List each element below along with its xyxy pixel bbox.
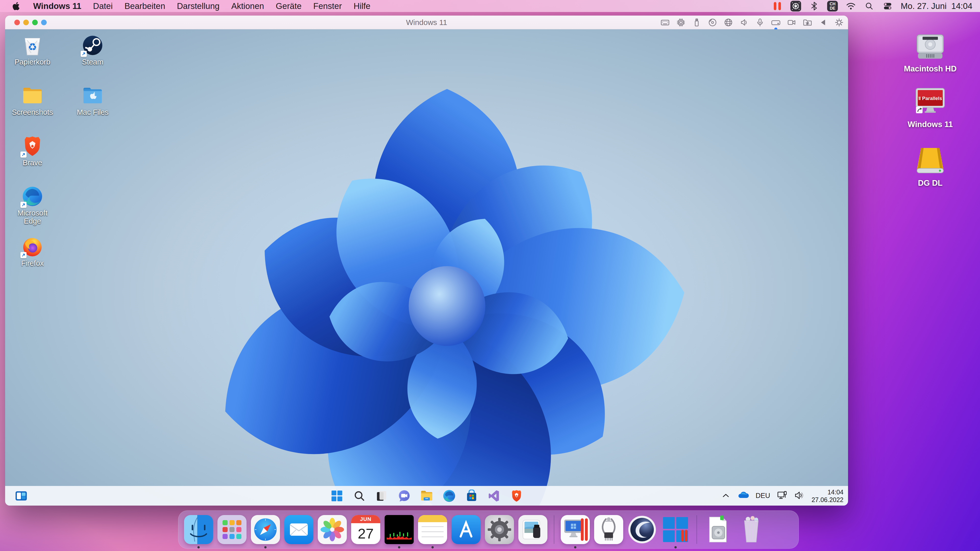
menu-item-darstellung[interactable]: Darstellung [177,1,220,11]
mac-files-folder-icon [82,86,103,105]
dock-system-preferences[interactable] [485,515,514,544]
camera-icon[interactable] [787,17,797,27]
dock-mail[interactable] [284,515,313,544]
win-icon-microsoft-edge[interactable]: Microsoft Edge [11,186,54,225]
dock-system-monitor[interactable] [385,515,414,544]
shortcut-arrow-badge [21,252,27,258]
dock-photos[interactable] [318,515,347,544]
taskbar-search-button[interactable] [352,489,367,503]
dock-safari[interactable] [251,515,280,544]
vm-device-toolbar [660,16,844,29]
menu-item-aktionen[interactable]: Aktionen [231,1,264,11]
settings-gear-icon[interactable] [834,17,844,27]
dock-app-store[interactable] [452,515,480,544]
windows-desktop: ♻ Papierkorb Steam Screenshots [5,29,848,506]
desktop-icon-dg-dl[interactable]: DG DL [901,146,959,188]
parallels-pause-icon[interactable] [772,1,783,11]
menu-item-geraete[interactable]: Geräte [276,1,302,11]
menu-item-bearbeiten[interactable]: Bearbeiten [124,1,165,11]
microphone-icon[interactable] [755,17,765,27]
win-icon-firefox[interactable]: Firefox [11,236,54,267]
windows-bloom-wallpaper [5,29,848,506]
keyboard-icon[interactable] [660,17,670,27]
taskbar-edge-button[interactable] [442,489,457,503]
win-icon-screenshots[interactable]: Screenshots [11,85,54,116]
parallels-vm-window: Windows 11 [5,16,848,506]
dock-hardware-utility[interactable] [594,515,623,544]
shortcut-arrow-badge [21,202,27,208]
shortcut-arrow-badge [81,51,87,57]
tray-onedrive-icon[interactable] [737,491,749,500]
usb-icon[interactable] [692,17,702,27]
sound-icon[interactable] [739,17,749,27]
mac-dock: JUN 27 [178,510,799,549]
wifi-icon[interactable] [845,1,856,11]
recycle-bin-icon: ♻ [22,35,43,56]
dock-divider [697,515,697,544]
shared-folder-icon[interactable] [803,17,812,27]
win-icon-brave[interactable]: Brave [11,135,54,167]
dock-notes[interactable] [418,515,447,544]
tray-volume-icon[interactable] [794,491,805,501]
dock-divider [554,515,554,544]
menu-item-datei[interactable]: Datei [93,1,113,11]
keyboard-layout-icon[interactable]: CH DE [827,1,838,11]
external-drive-icon [915,146,945,176]
dock-finder[interactable] [184,515,213,544]
win-icon-papierkorb[interactable]: ♻ Papierkorb [11,35,54,66]
hard-disk-icon[interactable] [771,17,781,27]
bluetooth-icon[interactable] [809,1,819,11]
fan-control-icon[interactable] [791,1,801,11]
dock-disk-image-document[interactable] [703,515,732,544]
taskbar-brave-button[interactable] [509,489,524,503]
dock-trash[interactable] [737,515,766,544]
calendar-month: JUN [351,515,380,523]
menu-item-fenster[interactable]: Fenster [313,1,342,11]
tray-hidden-icons-chevron[interactable] [721,492,730,499]
win-icon-steam[interactable]: Steam [71,35,115,66]
dock-image-capture[interactable] [518,515,547,544]
tray-language-indicator[interactable]: DEU [756,492,770,500]
control-center-icon[interactable] [882,1,893,11]
desktop-icon-windows11-vm[interactable]: ‖ Parallels Windows 11 [901,87,959,129]
minimize-button[interactable] [23,20,29,25]
taskbar-task-view-button[interactable] [374,489,389,503]
network-icon[interactable] [724,17,733,27]
menu-app-name[interactable]: Windows 11 [33,1,81,11]
dock-calendar[interactable]: JUN 27 [351,515,380,544]
desktop-icon-macintosh-hd[interactable]: Macintosh HD [901,33,959,73]
zoom-button[interactable] [32,20,38,25]
shortcut-arrow-badge [21,151,27,158]
svg-text:‖ Parallels: ‖ Parallels [918,96,942,101]
taskbar-chat-button[interactable] [397,489,412,503]
calendar-day: 27 [351,523,380,544]
folder-icon [22,86,43,105]
parallels-monitor-icon: ‖ Parallels [915,87,946,117]
mac-menu-bar: Windows 11 Datei Bearbeiten Darstellung … [0,0,980,12]
taskbar-file-explorer-button[interactable] [419,489,434,503]
tray-clock[interactable]: 14:04 27.06.2022 [811,488,843,503]
taskbar-visual-studio-button[interactable] [487,489,501,503]
internal-drive-icon [915,33,945,61]
mouse-pointer-icon[interactable] [818,17,828,27]
tray-network-icon[interactable] [777,491,788,501]
vm-window-titlebar[interactable]: Windows 11 [5,16,848,29]
dock-launchpad[interactable] [218,515,247,544]
apple-menu-icon[interactable] [11,1,21,11]
dock-windows-11-vm[interactable] [661,515,690,544]
svg-text:♻: ♻ [28,41,37,53]
menu-item-hilfe[interactable]: Hilfe [353,1,370,11]
windows-taskbar: DEU 14:04 27.06.2022 [5,486,848,506]
dock-cinema-4d[interactable] [628,515,657,544]
dock-parallels-desktop[interactable] [561,515,590,544]
spotlight-search-icon[interactable] [864,1,875,11]
cd-dvd-icon[interactable] [708,17,718,27]
menu-bar-clock[interactable]: Mo. 27. Juni 14:04 [900,1,972,11]
cpu-icon[interactable] [676,17,686,27]
coherence-button[interactable] [41,20,47,25]
win-icon-mac-files[interactable]: Mac Files [71,85,115,116]
taskbar-start-button[interactable] [329,489,344,503]
close-button[interactable] [14,20,20,25]
taskbar-store-button[interactable] [464,489,479,503]
